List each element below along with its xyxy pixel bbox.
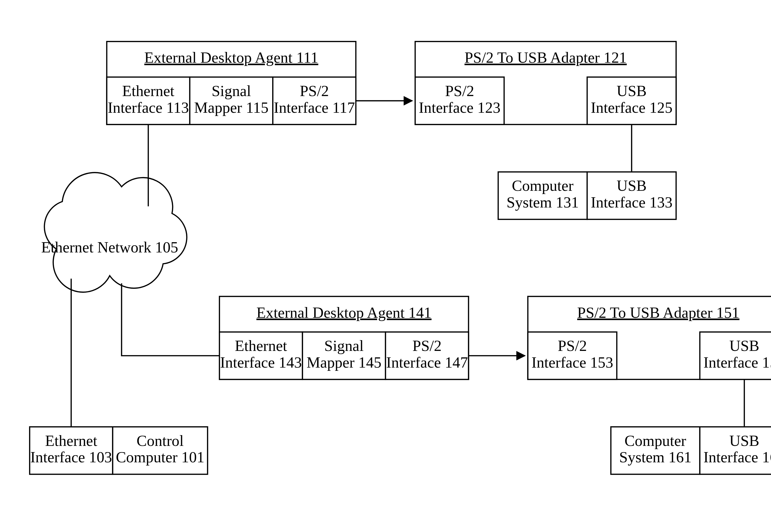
usb-interface-163: USB	[729, 432, 759, 449]
svg-text:Interface 143: Interface 143	[220, 354, 302, 371]
ethernet-interface-103: Ethernet	[45, 432, 97, 449]
svg-text:Interface 163: Interface 163	[703, 449, 771, 466]
ps2-interface-147: PS/2	[413, 337, 442, 354]
ethernet-network-105: Ethernet Network 105	[41, 172, 187, 292]
ps2-usb-adapter-151: PS/2 To USB Adapter 151 PS/2 Interface 1…	[528, 297, 771, 379]
svg-text:System 161: System 161	[619, 449, 692, 466]
svg-text:Interface 155: Interface 155	[703, 354, 771, 371]
usb-interface-133: USB	[617, 177, 647, 194]
diagram-canvas: External Desktop Agent 111 Ethernet Inte…	[0, 0, 771, 532]
svg-text:Ethernet Network 105: Ethernet Network 105	[41, 239, 178, 256]
agent-141-title: External Desktop Agent 141	[256, 304, 432, 321]
ps2-interface-117: PS/2	[300, 82, 329, 99]
external-desktop-agent-111: External Desktop Agent 111 Ethernet Inte…	[107, 41, 356, 124]
svg-text:Interface 103: Interface 103	[30, 449, 112, 466]
ps2-interface-123: PS/2	[445, 82, 474, 99]
svg-text:Mapper 145: Mapper 145	[306, 354, 381, 371]
control-computer-101: Control	[136, 432, 184, 449]
computer-system-131-block: Computer System 131 USB Interface 133	[498, 172, 676, 219]
svg-text:Mapper 115: Mapper 115	[194, 99, 268, 116]
usb-interface-125: USB	[617, 82, 647, 99]
svg-text:Interface 125: Interface 125	[591, 99, 673, 116]
computer-system-131: Computer	[512, 177, 573, 194]
usb-interface-155: USB	[729, 337, 759, 354]
connector-105-to-143	[122, 283, 220, 356]
svg-text:System 131: System 131	[506, 194, 579, 211]
signal-mapper-115: Signal	[212, 82, 251, 99]
svg-text:Interface 153: Interface 153	[532, 354, 613, 371]
agent-111-title: External Desktop Agent 111	[144, 49, 318, 66]
computer-system-161-block: Computer System 161 USB Interface 163	[611, 427, 771, 474]
svg-text:Interface 147: Interface 147	[386, 354, 468, 371]
svg-text:Interface 117: Interface 117	[274, 99, 355, 116]
signal-mapper-145: Signal	[324, 337, 364, 354]
computer-system-161: Computer	[625, 432, 686, 449]
ethernet-interface-143: Ethernet	[235, 337, 287, 354]
svg-text:Computer 101: Computer 101	[116, 449, 204, 466]
svg-text:Interface 113: Interface 113	[108, 99, 189, 116]
ps2-interface-153: PS/2	[558, 337, 587, 354]
ps2-usb-adapter-121: PS/2 To USB Adapter 121 PS/2 Interface 1…	[415, 41, 676, 124]
adapter-121-title: PS/2 To USB Adapter 121	[465, 49, 627, 66]
ethernet-interface-113: Ethernet	[122, 82, 174, 99]
control-computer-block: Ethernet Interface 103 Control Computer …	[30, 427, 207, 474]
svg-text:Interface 123: Interface 123	[419, 99, 501, 116]
external-desktop-agent-141: External Desktop Agent 141 Ethernet Inte…	[219, 297, 469, 379]
svg-text:Interface 133: Interface 133	[591, 194, 673, 211]
adapter-151-title: PS/2 To USB Adapter 151	[577, 304, 740, 321]
